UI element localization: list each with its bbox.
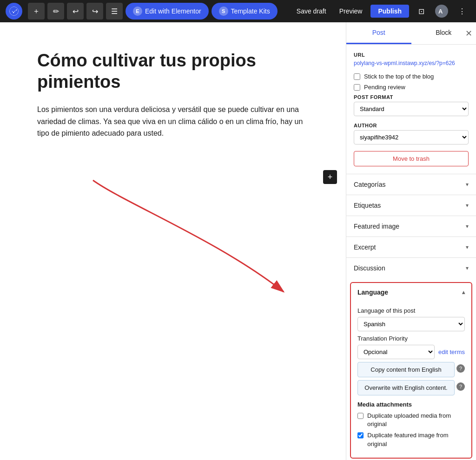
annotation-arrow bbox=[56, 157, 346, 320]
save-draft-button[interactable]: Save draft bbox=[292, 5, 331, 18]
overwrite-english-help-icon[interactable]: ? bbox=[456, 382, 465, 391]
duplicate-featured-checkbox[interactable] bbox=[357, 432, 364, 439]
view-toggle-btn[interactable]: ⊡ bbox=[413, 3, 430, 20]
pending-review-row: Pending review bbox=[354, 84, 469, 91]
language-title: Language bbox=[357, 289, 388, 296]
template-kits-label: Template Kits bbox=[231, 7, 270, 15]
language-of-post-label: Language of this post bbox=[357, 307, 465, 314]
stick-to-top-label: Stick to the top of the blog bbox=[364, 73, 434, 80]
elementor-icon: E bbox=[133, 7, 142, 16]
pending-review-checkbox[interactable] bbox=[354, 84, 360, 91]
svg-text:W: W bbox=[11, 8, 17, 15]
language-chevron: ▴ bbox=[462, 289, 465, 296]
excerpt-section: Excerpt ▾ bbox=[346, 237, 476, 257]
copy-english-help-icon[interactable]: ? bbox=[456, 364, 465, 373]
redo-btn[interactable]: ↪ bbox=[86, 3, 103, 20]
duplicate-featured-row: Duplicate featured image from original bbox=[357, 431, 465, 448]
toolbar: W ＋ ✏ ↩ ↪ ☰ E Edit with Elementor S Temp… bbox=[0, 0, 476, 22]
discussion-chevron: ▾ bbox=[466, 265, 469, 271]
url-label: URL bbox=[354, 52, 469, 58]
author-label: AUTHOR bbox=[354, 123, 469, 128]
language-body: Language of this post Spanish Translatio… bbox=[351, 302, 471, 458]
pending-review-label: Pending review bbox=[364, 84, 405, 91]
copy-english-row: Copy content from English ? bbox=[357, 359, 465, 377]
etiquetas-section: Etiquetas ▾ bbox=[346, 195, 476, 216]
undo-btn[interactable]: ↩ bbox=[67, 3, 84, 20]
discussion-header[interactable]: Discussion ▾ bbox=[346, 258, 476, 278]
featured-image-section: Featured image ▾ bbox=[346, 216, 476, 237]
url-field: URL polylang-vs-wpml.instawp.xyz/es/?p=6… bbox=[354, 52, 469, 66]
svg-text:A: A bbox=[438, 8, 443, 15]
edit-terms-link[interactable]: edit terms bbox=[438, 348, 465, 355]
post-content[interactable]: Los pimientos son una verdura deliciosa … bbox=[37, 104, 309, 139]
main-layout: Cómo cultivar tus propios pimientos Los … bbox=[0, 22, 476, 460]
excerpt-chevron: ▾ bbox=[466, 244, 469, 250]
discussion-label: Discussion bbox=[354, 264, 385, 272]
list-view-btn[interactable]: ☰ bbox=[106, 3, 123, 20]
duplicate-uploaded-checkbox[interactable] bbox=[357, 413, 364, 419]
etiquetas-header[interactable]: Etiquetas ▾ bbox=[346, 195, 476, 216]
overwrite-english-row: Overwrite with English content. ? bbox=[357, 377, 465, 395]
publish-button[interactable]: Publish bbox=[370, 5, 409, 18]
excerpt-label: Excerpt bbox=[354, 243, 376, 251]
sidebar-close-btn[interactable]: ✕ bbox=[465, 28, 472, 39]
user-avatar-btn[interactable]: A bbox=[433, 3, 450, 20]
categorias-chevron: ▾ bbox=[466, 181, 469, 188]
edit-with-elementor-btn[interactable]: E Edit with Elementor bbox=[126, 3, 209, 20]
post-format-field: POST FORMAT Standard bbox=[354, 94, 469, 116]
overwrite-english-btn[interactable]: Overwrite with English content. bbox=[357, 380, 455, 395]
add-block-toolbar-btn[interactable]: ＋ bbox=[28, 3, 45, 20]
wp-logo[interactable]: W bbox=[6, 3, 22, 20]
language-section: Language ▴ Language of this post Spanish… bbox=[350, 282, 472, 459]
excerpt-header[interactable]: Excerpt ▾ bbox=[346, 237, 476, 257]
url-value[interactable]: polylang-vs-wpml.instawp.xyz/es/?p=626 bbox=[354, 60, 455, 66]
etiquetas-chevron: ▾ bbox=[466, 202, 469, 209]
author-select[interactable]: siyapifihe3942 bbox=[354, 130, 469, 145]
duplicate-featured-label: Duplicate featured image from original bbox=[367, 431, 465, 448]
options-btn[interactable]: ⋮ bbox=[454, 3, 470, 20]
language-select[interactable]: Spanish bbox=[357, 317, 465, 331]
featured-image-header[interactable]: Featured image ▾ bbox=[346, 216, 476, 237]
post-format-select[interactable]: Standard bbox=[354, 102, 469, 116]
preview-button[interactable]: Preview bbox=[335, 5, 367, 18]
sidebar: Post Block ✕ URL polylang-vs-wpml.instaw… bbox=[346, 22, 476, 460]
discussion-section: Discussion ▾ bbox=[346, 257, 476, 278]
translation-priority-label: Translation Priority bbox=[357, 335, 465, 342]
duplicate-uploaded-row: Duplicate uploaded media from original bbox=[357, 412, 465, 428]
copy-from-english-btn[interactable]: Copy content from English bbox=[357, 362, 455, 377]
add-block-editor-btn[interactable]: + bbox=[323, 170, 337, 184]
featured-image-chevron: ▾ bbox=[466, 223, 469, 230]
post-title[interactable]: Cómo cultivar tus propios pimientos bbox=[37, 50, 309, 92]
toolbar-actions: Save draft Preview Publish ⊡ A ⋮ bbox=[292, 3, 470, 20]
edit-with-elementor-label: Edit with Elementor bbox=[145, 7, 201, 15]
sidebar-header: Post Block ✕ bbox=[346, 22, 476, 45]
categorias-header[interactable]: Categorías ▾ bbox=[346, 174, 476, 195]
etiquetas-label: Etiquetas bbox=[354, 202, 381, 209]
duplicate-uploaded-label: Duplicate uploaded media from original bbox=[367, 412, 465, 428]
language-section-header[interactable]: Language ▴ bbox=[351, 283, 471, 302]
categorias-section: Categorías ▾ bbox=[346, 174, 476, 195]
translation-priority-row: Opcional edit terms bbox=[357, 345, 465, 359]
language-select-row: Spanish bbox=[357, 317, 465, 331]
stick-to-top-checkbox[interactable] bbox=[354, 73, 360, 80]
author-field: AUTHOR siyapifihe3942 bbox=[354, 123, 469, 145]
move-to-trash-button[interactable]: Move to trash bbox=[354, 151, 469, 166]
editor-area: Cómo cultivar tus propios pimientos Los … bbox=[0, 22, 346, 460]
sidebar-content: URL polylang-vs-wpml.instawp.xyz/es/?p=6… bbox=[346, 45, 476, 174]
template-kits-btn[interactable]: S Template Kits bbox=[212, 3, 278, 20]
priority-select[interactable]: Opcional bbox=[357, 345, 435, 359]
media-attachments-label: Media attachments bbox=[357, 401, 465, 408]
categorias-label: Categorías bbox=[354, 181, 385, 188]
template-kits-icon: S bbox=[219, 7, 228, 16]
tab-post[interactable]: Post bbox=[346, 22, 411, 44]
stick-to-top-row: Stick to the top of the blog bbox=[354, 73, 469, 80]
tools-btn[interactable]: ✏ bbox=[47, 3, 64, 20]
featured-image-label: Featured image bbox=[354, 223, 399, 230]
post-format-label: POST FORMAT bbox=[354, 94, 469, 100]
